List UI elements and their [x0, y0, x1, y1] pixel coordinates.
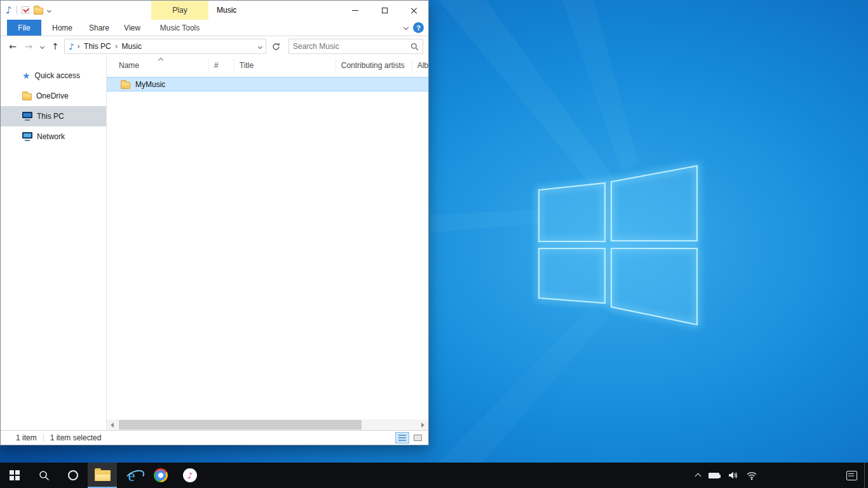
itunes-icon: ♪ — [183, 468, 197, 482]
close-icon — [410, 7, 417, 14]
selection-count-label: 1 item selected — [50, 433, 102, 442]
column-header-number[interactable]: # — [209, 59, 234, 72]
sidebar-item-network[interactable]: Network — [1, 126, 106, 147]
scroll-right-button[interactable] — [417, 419, 428, 430]
ribbon-tab-row: File Home Share View Music Tools ? — [1, 20, 428, 36]
show-desktop-button[interactable] — [864, 463, 868, 488]
taskbar-chrome-button[interactable] — [146, 463, 175, 488]
back-button[interactable]: ← — [6, 39, 20, 53]
forward-button[interactable]: → — [22, 39, 36, 53]
item-count-label: 1 item — [16, 433, 37, 442]
speaker-icon[interactable] — [728, 470, 738, 480]
details-view-button[interactable] — [395, 432, 409, 444]
tab-file[interactable]: File — [7, 20, 41, 36]
minimize-button[interactable] — [341, 1, 370, 20]
taskbar-search-button[interactable] — [29, 463, 58, 488]
maximize-button[interactable] — [370, 1, 399, 20]
minimize-icon — [352, 10, 358, 11]
scroll-left-icon — [111, 423, 114, 428]
file-row-mymusic[interactable]: MyMusic — [107, 77, 428, 92]
cortana-icon — [68, 470, 78, 480]
column-header-name[interactable]: Name — [107, 59, 209, 72]
file-name-label: MyMusic — [135, 80, 165, 89]
cortana-button[interactable] — [58, 463, 88, 488]
tab-home[interactable]: Home — [46, 20, 78, 36]
file-list-pane[interactable]: Name # Title Contributing artists Alb My… — [106, 57, 428, 430]
battery-icon[interactable] — [709, 473, 719, 478]
sidebar-item-label: Network — [37, 132, 65, 141]
properties-button[interactable] — [22, 6, 29, 14]
horizontal-scrollbar[interactable] — [107, 419, 428, 430]
maximize-icon — [382, 8, 388, 13]
action-center-button[interactable] — [839, 463, 864, 488]
large-icons-view-button[interactable] — [410, 432, 424, 444]
hidden-icons-chevron-icon[interactable] — [695, 473, 702, 480]
address-dropdown-chevron-icon[interactable] — [258, 44, 262, 48]
taskbar-itunes-button[interactable]: ♪ — [175, 463, 205, 488]
music-library-icon: ♪ — [6, 6, 12, 15]
customize-toolbar-chevron-icon[interactable] — [47, 8, 51, 12]
help-button[interactable]: ? — [413, 22, 424, 33]
contextual-tab-play[interactable]: Play — [151, 1, 208, 20]
scroll-left-button[interactable] — [107, 419, 118, 430]
breadcrumb-music[interactable]: Music — [121, 42, 142, 51]
search-box[interactable] — [288, 39, 423, 54]
wifi-icon[interactable] — [746, 471, 757, 480]
column-header-album[interactable]: Alb — [412, 59, 428, 72]
column-headers: Name # Title Contributing artists Alb — [107, 57, 428, 74]
large-icons-view-icon — [414, 435, 422, 441]
up-button[interactable]: ↑ — [48, 39, 62, 53]
expand-ribbon-chevron-icon[interactable] — [403, 25, 409, 30]
search-icon[interactable] — [410, 43, 419, 51]
view-toggle-buttons — [395, 432, 424, 444]
new-folder-button[interactable] — [34, 8, 43, 15]
search-input[interactable] — [293, 42, 410, 51]
title-bar[interactable]: ♪ Play Music — [1, 1, 428, 20]
location-music-icon: ♪ — [69, 43, 74, 51]
file-explorer-icon — [95, 470, 111, 481]
toolbar-divider — [17, 6, 17, 15]
breadcrumb-chevron-icon: › — [115, 42, 118, 51]
file-explorer-window: ♪ Play Music File Home Share View Music … — [0, 0, 429, 445]
action-center-icon — [846, 471, 857, 480]
navigation-bar: ← → ↑ ♪ › This PC › Music — [1, 36, 428, 57]
sidebar-item-label: Quick access — [35, 71, 80, 80]
breadcrumb-chevron-icon: › — [77, 42, 80, 51]
start-button[interactable] — [0, 463, 29, 488]
quick-access-toolbar: ♪ — [1, 6, 51, 15]
internet-explorer-icon: e — [128, 468, 135, 484]
taskbar-file-explorer-button[interactable] — [88, 463, 117, 488]
sidebar-item-label: OneDrive — [36, 92, 69, 100]
address-bar[interactable]: ♪ › This PC › Music — [64, 39, 266, 54]
refresh-button[interactable] — [268, 39, 283, 54]
recent-locations-chevron-icon[interactable] — [37, 39, 46, 53]
onedrive-folder-icon — [22, 93, 32, 100]
sidebar-item-this-pc[interactable]: This PC — [1, 106, 106, 126]
caption-buttons — [341, 1, 428, 20]
tab-share[interactable]: Share — [82, 20, 116, 36]
file-rows[interactable]: MyMusic — [107, 74, 428, 419]
quick-access-star-icon: ★ — [22, 71, 31, 80]
navigation-pane: ★ Quick access OneDrive This PC Network — [1, 57, 106, 430]
breadcrumb-this-pc[interactable]: This PC — [83, 42, 112, 51]
status-bar: 1 item 1 item selected — [1, 430, 428, 445]
network-icon — [22, 132, 32, 141]
sidebar-item-quick-access[interactable]: ★ Quick access — [1, 65, 106, 86]
scrollbar-thumb[interactable] — [119, 420, 362, 430]
column-header-contributing-artists[interactable]: Contributing artists — [336, 59, 412, 72]
refresh-icon — [272, 43, 280, 51]
system-tray — [696, 463, 757, 488]
details-view-icon — [398, 435, 406, 441]
sidebar-item-onedrive[interactable]: OneDrive — [1, 86, 106, 106]
window-main: ★ Quick access OneDrive This PC Network … — [1, 57, 428, 430]
column-header-title[interactable]: Title — [234, 59, 336, 72]
taskbar-internet-explorer-button[interactable]: e — [117, 463, 146, 488]
status-divider — [43, 434, 44, 442]
close-button[interactable] — [399, 1, 428, 20]
taskbar: e ♪ — [0, 463, 868, 488]
chrome-icon — [154, 468, 168, 482]
this-pc-icon — [22, 112, 32, 121]
sidebar-item-label: This PC — [37, 112, 64, 121]
tab-view[interactable]: View — [116, 20, 148, 36]
tab-music-tools[interactable]: Music Tools — [151, 20, 208, 36]
